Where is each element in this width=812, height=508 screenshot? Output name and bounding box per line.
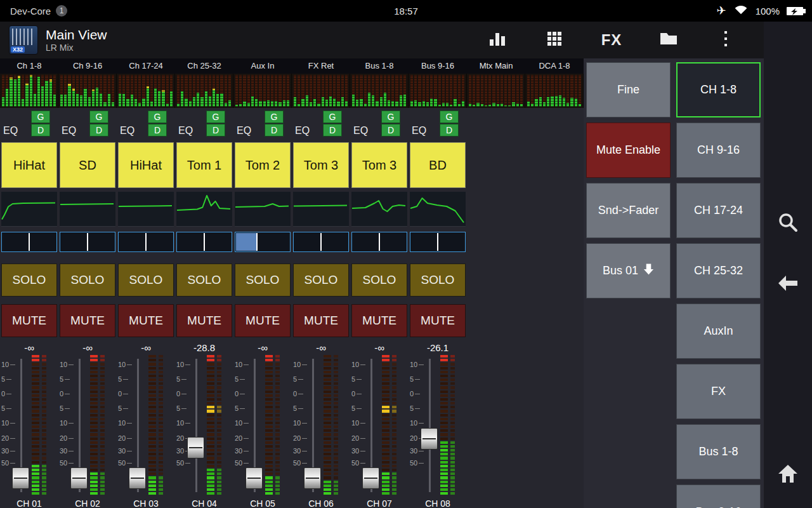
pan-slider[interactable] — [176, 232, 232, 252]
tab-ch-17-24[interactable]: Ch 17-24 — [117, 58, 175, 74]
scale-label: 30 — [410, 447, 417, 455]
control-bus-01[interactable]: Bus 01 — [586, 243, 671, 298]
tab-aux-in[interactable]: Aux In — [233, 58, 292, 74]
app-icon[interactable]: X32 — [9, 25, 38, 55]
tab-bus-9-16[interactable]: Bus 9-16 — [409, 58, 467, 74]
menu-button[interactable] — [713, 27, 738, 53]
mute-button[interactable]: MUTE — [60, 304, 115, 337]
layer-ch-17-24[interactable]: CH 17-24 — [676, 183, 761, 238]
mute-button[interactable]: MUTE — [410, 304, 466, 337]
mute-button[interactable]: MUTE — [1, 304, 57, 337]
gate-indicator[interactable]: G — [323, 110, 342, 123]
fader-cap[interactable] — [304, 467, 321, 489]
pan-slider[interactable] — [60, 232, 115, 252]
pan-slider[interactable] — [235, 232, 291, 252]
meters-button[interactable] — [485, 27, 510, 53]
eq-curve-display[interactable] — [351, 192, 407, 227]
control-fine[interactable]: Fine — [586, 62, 671, 117]
dynamics-indicator[interactable]: D — [265, 124, 284, 137]
dialpad-button[interactable] — [542, 27, 567, 53]
tab-dca-1-8[interactable]: DCA 1-8 — [525, 58, 584, 74]
tab-mtx-main[interactable]: Mtx Main — [467, 58, 525, 74]
layer-fx[interactable]: FX — [676, 364, 761, 419]
pan-slider[interactable] — [293, 232, 349, 252]
mute-button[interactable]: MUTE — [351, 304, 407, 337]
solo-button[interactable]: SOLO — [1, 264, 57, 297]
mute-button[interactable]: MUTE — [118, 304, 174, 337]
fader-cap[interactable] — [70, 467, 88, 489]
tab-fx-ret[interactable]: FX Ret — [292, 58, 350, 74]
dynamics-indicator[interactable]: D — [206, 124, 225, 137]
channel-name[interactable]: SD — [60, 142, 115, 188]
pan-slider[interactable] — [410, 232, 466, 252]
tab-row: Ch 1-8Ch 9-16Ch 17-24Ch 25-32Aux InFX Re… — [0, 58, 584, 74]
layer-ch-25-32[interactable]: CH 25-32 — [676, 243, 761, 298]
solo-button[interactable]: SOLO — [293, 264, 349, 297]
channel-name[interactable]: BD — [410, 142, 466, 188]
fader-track[interactable] — [429, 359, 431, 492]
gate-indicator[interactable]: G — [440, 110, 459, 123]
fader-cap[interactable] — [12, 467, 29, 489]
eq-curve-display[interactable] — [235, 192, 291, 227]
scenes-button[interactable] — [656, 27, 681, 53]
fader-cap[interactable] — [129, 467, 146, 489]
pan-slider[interactable] — [351, 232, 407, 252]
fader-track[interactable] — [195, 359, 197, 492]
eq-curve-display[interactable] — [60, 192, 115, 227]
gate-indicator[interactable]: G — [148, 110, 167, 123]
dynamics-indicator[interactable]: D — [31, 124, 50, 137]
solo-button[interactable]: SOLO — [60, 264, 115, 297]
fader-cap[interactable] — [187, 437, 204, 458]
mute-button[interactable]: MUTE — [235, 304, 291, 337]
tab-ch-1-8[interactable]: Ch 1-8 — [0, 58, 58, 74]
channel-name[interactable]: Tom 3 — [351, 142, 407, 188]
fader-cap[interactable] — [246, 467, 263, 489]
gate-indicator[interactable]: G — [206, 110, 225, 123]
channel-name[interactable]: Tom 2 — [235, 142, 291, 188]
solo-button[interactable]: SOLO — [410, 264, 466, 297]
mute-button[interactable]: MUTE — [293, 304, 349, 337]
channel-strip-ch-07: EQGDTom 3SOLOMUTE-∞1050510203050CH 07 — [351, 108, 407, 508]
eq-curve-display[interactable] — [293, 192, 349, 227]
layer-bus-9-16[interactable]: Bus 9-16 — [676, 485, 761, 508]
channel-name[interactable]: HiHat — [1, 142, 57, 188]
gate-indicator[interactable]: G — [89, 110, 108, 123]
tab-bus-1-8[interactable]: Bus 1-8 — [350, 58, 409, 74]
pan-slider[interactable] — [118, 232, 174, 252]
layer-ch-9-16[interactable]: CH 9-16 — [676, 123, 761, 178]
layer-auxin[interactable]: AuxIn — [676, 304, 761, 359]
mute-button[interactable]: MUTE — [176, 304, 232, 337]
dynamics-indicator[interactable]: D — [323, 124, 342, 137]
tab-ch-9-16[interactable]: Ch 9-16 — [58, 58, 117, 74]
fader-cap[interactable] — [362, 467, 379, 489]
layer-bus-1-8[interactable]: Bus 1-8 — [676, 424, 761, 479]
pan-slider[interactable] — [1, 232, 57, 252]
gate-indicator[interactable]: G — [381, 110, 400, 123]
eq-curve-display[interactable] — [176, 192, 232, 227]
fx-button[interactable]: FX — [599, 27, 624, 53]
solo-button[interactable]: SOLO — [176, 264, 232, 297]
solo-button[interactable]: SOLO — [235, 264, 291, 297]
channel-name[interactable]: HiHat — [118, 142, 174, 188]
gate-indicator[interactable]: G — [31, 110, 50, 123]
channel-name[interactable]: Tom 3 — [293, 142, 349, 188]
gate-indicator[interactable]: G — [265, 110, 284, 123]
search-button[interactable] — [776, 212, 799, 235]
eq-curve-display[interactable] — [410, 192, 466, 227]
solo-button[interactable]: SOLO — [118, 264, 174, 297]
dynamics-indicator[interactable]: D — [440, 124, 459, 137]
fader-cap[interactable] — [421, 428, 438, 450]
dynamics-indicator[interactable]: D — [148, 124, 167, 137]
eq-curve-display[interactable] — [1, 192, 57, 227]
control-snd-fader[interactable]: Snd->Fader — [586, 183, 671, 238]
dynamics-indicator[interactable]: D — [381, 124, 400, 137]
layer-ch-1-8[interactable]: CH 1-8 — [676, 62, 761, 117]
back-button[interactable] — [776, 273, 799, 296]
tab-ch-25-32[interactable]: Ch 25-32 — [175, 58, 233, 74]
solo-button[interactable]: SOLO — [351, 264, 407, 297]
control-mute-enable[interactable]: Mute Enable — [586, 123, 671, 178]
channel-name[interactable]: Tom 1 — [176, 142, 232, 188]
eq-curve-display[interactable] — [118, 192, 174, 227]
home-button[interactable] — [776, 464, 799, 486]
dynamics-indicator[interactable]: D — [89, 124, 108, 137]
